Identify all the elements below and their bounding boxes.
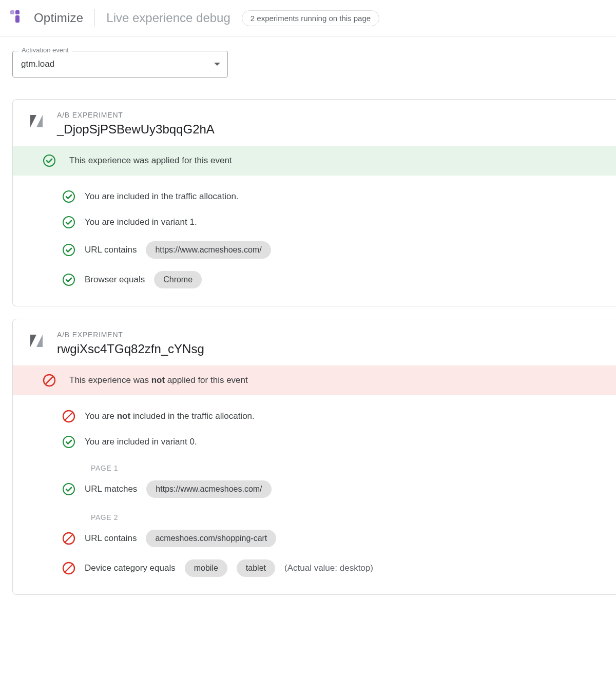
page-section-label: PAGE 1 — [62, 455, 604, 474]
check-circle-icon — [62, 482, 75, 496]
svg-rect-1 — [15, 10, 20, 14]
condition-pill: https://www.acmeshoes.com/ — [146, 480, 271, 498]
status-not-applied: This experience was not applied for this… — [13, 365, 616, 395]
condition-pill: mobile — [185, 559, 227, 577]
condition-pill: Chrome — [154, 271, 202, 288]
block-circle-icon — [62, 562, 75, 575]
block-circle-icon — [43, 374, 56, 387]
svg-point-7 — [63, 217, 74, 228]
detail-text: URL matches — [85, 484, 137, 494]
detail-text: URL contains — [85, 533, 137, 544]
ab-test-icon — [30, 115, 43, 127]
experiment-type-label: A/B EXPERIMENT — [57, 331, 204, 339]
optimize-logo-icon — [9, 9, 27, 27]
status-applied: This experience was applied for this eve… — [13, 146, 616, 176]
experiment-type-label: A/B EXPERIMENT — [57, 111, 215, 119]
check-circle-icon — [62, 273, 75, 286]
detail-text: Browser equals — [85, 275, 145, 285]
experiments-list: A/B EXPERIMENT_DjopSjPSBewUy3bqqG2hA Thi… — [0, 84, 616, 607]
app-header: Optimize Live experience debug 2 experim… — [0, 0, 616, 36]
detail-row: You are not included in the traffic allo… — [62, 403, 604, 429]
check-circle-icon — [62, 190, 75, 203]
svg-point-8 — [63, 244, 74, 256]
block-circle-icon — [62, 532, 75, 545]
detail-text: You are not included in the traffic allo… — [85, 411, 255, 421]
svg-line-13 — [46, 377, 53, 384]
experiment-details: You are not included in the traffic allo… — [13, 395, 616, 594]
svg-point-17 — [63, 483, 74, 495]
check-circle-icon — [62, 216, 75, 229]
svg-line-19 — [65, 535, 72, 542]
detail-row: Device category equalsmobiletablet(Actua… — [62, 553, 604, 583]
header-divider — [94, 9, 95, 27]
svg-point-16 — [63, 436, 74, 448]
condition-pill: acmeshoes.com/shopping-cart — [146, 530, 276, 547]
detail-row: You are included in variant 0. — [62, 429, 604, 455]
experiment-id: rwgiXsc4TGq82zfn_cYNsg — [57, 342, 204, 356]
svg-point-9 — [63, 274, 74, 285]
activation-event-select[interactable]: gtm.load — [12, 51, 228, 78]
condition-pill: tablet — [237, 559, 275, 577]
status-text: This experience was not applied for this… — [69, 375, 248, 385]
product-logo: Optimize — [9, 9, 83, 27]
block-circle-icon — [62, 532, 75, 545]
svg-point-5 — [44, 155, 55, 166]
check-circle-icon — [43, 154, 56, 167]
page-title: Live experience debug — [106, 11, 230, 25]
detail-text: You are included in the traffic allocati… — [85, 191, 239, 202]
detail-text: Device category equals — [85, 563, 176, 573]
condition-pill: https://www.acmeshoes.com/ — [146, 241, 271, 259]
check-circle-icon — [43, 154, 56, 167]
detail-text: You are included in variant 0. — [85, 437, 197, 447]
detail-row: Browser equalsChrome — [62, 265, 604, 295]
check-circle-icon — [62, 435, 75, 449]
detail-text: URL contains — [85, 245, 137, 255]
detail-text: You are included in variant 1. — [85, 217, 197, 227]
svg-line-21 — [65, 565, 72, 572]
svg-marker-10 — [30, 335, 36, 347]
svg-marker-11 — [36, 335, 43, 347]
status-text: This experience was applied for this eve… — [69, 156, 232, 166]
experiment-id: _DjopSjPSBewUy3bqqG2hA — [57, 122, 215, 137]
ab-test-icon — [30, 115, 43, 127]
activation-event-label: Activation event — [18, 46, 72, 54]
svg-rect-0 — [10, 10, 14, 14]
check-circle-icon — [62, 216, 75, 229]
svg-rect-2 — [15, 15, 20, 23]
experiments-summary-chip: 2 experiments running on this page — [242, 10, 379, 26]
filters-bar: Activation event gtm.load — [0, 36, 616, 84]
detail-row: URL containshttps://www.acmeshoes.com/ — [62, 235, 604, 265]
svg-line-15 — [65, 413, 72, 420]
page-section-label: PAGE 2 — [62, 504, 604, 524]
experiment-header: A/B EXPERIMENT_DjopSjPSBewUy3bqqG2hA — [13, 100, 616, 146]
actual-value-note: (Actual value: desktop) — [284, 563, 373, 573]
check-circle-icon — [62, 482, 75, 496]
check-circle-icon — [62, 243, 75, 257]
block-circle-icon — [62, 562, 75, 575]
experiment-details: You are included in the traffic allocati… — [13, 176, 616, 306]
check-circle-icon — [62, 273, 75, 286]
chevron-down-icon — [214, 63, 220, 66]
ab-test-icon — [30, 335, 43, 347]
product-name: Optimize — [34, 11, 83, 25]
block-circle-icon — [43, 374, 56, 387]
detail-row: URL containsacmeshoes.com/shopping-cart — [62, 524, 604, 553]
svg-marker-3 — [30, 115, 36, 127]
block-circle-icon — [62, 410, 75, 423]
check-circle-icon — [62, 435, 75, 449]
experiment-header: A/B EXPERIMENTrwgiXsc4TGq82zfn_cYNsg — [13, 319, 616, 365]
activation-event-value: gtm.load — [21, 59, 54, 69]
check-circle-icon — [62, 190, 75, 203]
ab-test-icon — [30, 335, 43, 347]
detail-row: You are included in the traffic allocati… — [62, 184, 604, 209]
experiment-card: A/B EXPERIMENTrwgiXsc4TGq82zfn_cYNsg Thi… — [12, 319, 616, 595]
block-circle-icon — [62, 410, 75, 423]
svg-marker-4 — [36, 115, 43, 127]
detail-row: You are included in variant 1. — [62, 209, 604, 235]
svg-point-6 — [63, 191, 74, 202]
check-circle-icon — [62, 243, 75, 257]
detail-row: URL matcheshttps://www.acmeshoes.com/ — [62, 474, 604, 504]
activation-event-field: Activation event gtm.load — [12, 51, 228, 78]
experiment-card: A/B EXPERIMENT_DjopSjPSBewUy3bqqG2hA Thi… — [12, 99, 616, 306]
